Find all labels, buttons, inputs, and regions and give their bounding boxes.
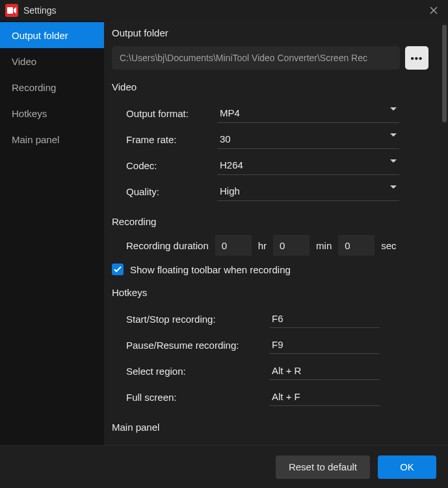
svg-rect-0	[7, 7, 13, 14]
section-title-recording: Recording	[112, 216, 428, 227]
sidebar-item-label: Recording	[12, 82, 56, 93]
more-icon: •••	[411, 53, 423, 64]
reset-button[interactable]: Reset to default	[276, 455, 370, 479]
output-format-row: Output format: MP4	[126, 100, 428, 126]
section-title-hotkeys: Hotkeys	[112, 287, 428, 298]
select-value: High	[220, 185, 240, 197]
hotkey-field-full-screen[interactable]: Alt + F	[269, 388, 380, 406]
hotkey-value: Alt + F	[272, 391, 300, 402]
chevron-down-icon	[390, 133, 397, 137]
scrollbar-thumb[interactable]	[442, 25, 447, 122]
sidebar-item-label: Main panel	[12, 134, 59, 145]
titlebar: Settings	[0, 0, 448, 21]
output-folder-row: C:\Users\bj\Documents\MiniTool Video Con…	[112, 46, 428, 70]
quality-select[interactable]: High	[217, 182, 399, 201]
section-title-main-panel: Main panel	[112, 422, 428, 433]
sidebar-item-video[interactable]: Video	[0, 48, 104, 74]
sidebar-item-recording[interactable]: Recording	[0, 74, 104, 100]
close-button[interactable]	[425, 1, 443, 20]
output-format-select[interactable]: MP4	[217, 103, 399, 123]
footer: Reset to default OK	[0, 445, 448, 488]
hotkey-row-full-screen: Full screen: Alt + F	[126, 384, 428, 410]
select-value: 30	[220, 133, 231, 144]
frame-rate-select[interactable]: 30	[217, 129, 399, 149]
codec-select[interactable]: H264	[217, 156, 399, 175]
quality-row: Quality: High	[126, 178, 428, 204]
minutes-unit: min	[316, 240, 332, 251]
app-logo-icon	[5, 4, 18, 17]
frame-rate-row: Frame rate: 30	[126, 126, 428, 152]
content-area: Output folder C:\Users\bj\Documents\Mini…	[104, 21, 448, 445]
codec-label: Codec:	[126, 160, 217, 171]
settings-window: Settings Output folder Video Recording H…	[0, 0, 448, 488]
hotkey-label: Start/Stop recording:	[126, 314, 269, 325]
chevron-down-icon	[390, 185, 397, 189]
hotkey-value: F6	[272, 313, 283, 324]
scrollbar-track[interactable]	[442, 25, 447, 441]
floating-toolbar-label: Show floating toolbar when recording	[130, 264, 291, 275]
sidebar-item-hotkeys[interactable]: Hotkeys	[0, 100, 104, 126]
sidebar-item-label: Video	[12, 56, 36, 67]
hotkey-label: Full screen:	[126, 392, 269, 403]
hours-unit: hr	[258, 240, 267, 251]
floating-toolbar-checkbox[interactable]	[112, 264, 124, 275]
section-title-video: Video	[112, 81, 428, 92]
window-title: Settings	[23, 5, 57, 16]
hotkey-row-select-region: Select region: Alt + R	[126, 358, 428, 384]
seconds-input[interactable]	[338, 235, 375, 256]
output-folder-path[interactable]: C:\Users\bj\Documents\MiniTool Video Con…	[112, 46, 400, 70]
body: Output folder Video Recording Hotkeys Ma…	[0, 21, 448, 445]
hotkey-value: Alt + R	[272, 365, 301, 376]
hotkey-field-select-region[interactable]: Alt + R	[269, 362, 380, 380]
hotkey-label: Select region:	[126, 366, 269, 377]
minutes-input[interactable]	[273, 235, 310, 256]
content-scroll[interactable]: Output folder C:\Users\bj\Documents\Mini…	[104, 21, 440, 445]
check-icon	[114, 266, 122, 273]
output-format-label: Output format:	[126, 108, 217, 119]
seconds-unit: sec	[381, 240, 396, 251]
section-title-output-folder: Output folder	[112, 27, 428, 38]
select-value: H264	[220, 159, 243, 170]
hotkey-row-pause-resume: Pause/Resume recording: F9	[126, 332, 428, 358]
hotkey-row-start-stop: Start/Stop recording: F6	[126, 306, 428, 332]
recording-duration-label: Recording duration	[126, 240, 209, 251]
recording-duration-row: Recording duration hr min sec	[112, 235, 428, 256]
sidebar-item-label: Hotkeys	[12, 108, 47, 119]
frame-rate-label: Frame rate:	[126, 134, 217, 145]
hotkey-value: F9	[272, 339, 283, 350]
hotkey-label: Pause/Resume recording:	[126, 340, 269, 351]
floating-toolbar-row: Show floating toolbar when recording	[112, 264, 428, 275]
select-value: MP4	[220, 107, 240, 118]
sidebar-item-label: Output folder	[12, 30, 68, 41]
hotkey-field-start-stop[interactable]: F6	[269, 310, 380, 328]
close-icon	[430, 7, 438, 14]
ok-button[interactable]: OK	[378, 455, 436, 479]
hotkey-field-pause-resume[interactable]: F9	[269, 336, 380, 354]
chevron-down-icon	[390, 159, 397, 163]
quality-label: Quality:	[126, 186, 217, 197]
hotkeys-block: Start/Stop recording: F6 Pause/Resume re…	[112, 306, 428, 410]
sidebar-item-output-folder[interactable]: Output folder	[0, 22, 104, 48]
video-block: Output format: MP4 Frame rate: 30	[112, 100, 428, 204]
sidebar: Output folder Video Recording Hotkeys Ma…	[0, 21, 104, 445]
browse-button[interactable]: •••	[405, 46, 428, 70]
hours-input[interactable]	[215, 235, 252, 256]
chevron-down-icon	[390, 107, 397, 111]
sidebar-item-main-panel[interactable]: Main panel	[0, 126, 104, 152]
codec-row: Codec: H264	[126, 152, 428, 178]
